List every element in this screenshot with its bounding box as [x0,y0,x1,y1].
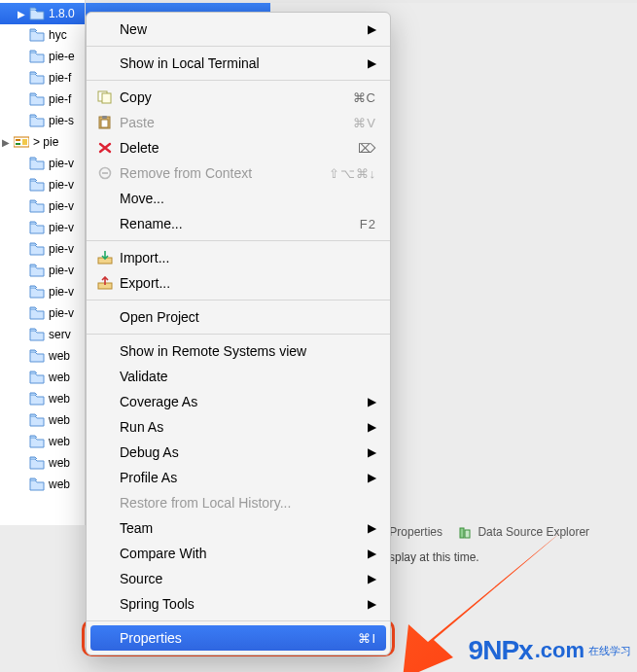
menu-item-copy[interactable]: Copy⌘C [87,85,390,110]
folder-icon [29,71,45,85]
tree-item[interactable]: pie-e [0,46,85,67]
menu-item-profile-as[interactable]: Profile As▶ [87,465,390,490]
tab-data-source-explorer[interactable]: Data Source Explorer [454,523,593,541]
folder-icon [29,413,45,427]
menu-item-compare-with[interactable]: Compare With▶ [87,541,390,566]
menu-item-label: Spring Tools [120,596,360,612]
menu-item-import[interactable]: Import... [87,245,390,270]
tree-item[interactable]: web [0,431,85,452]
chevron-right-icon: ▶ [368,445,376,459]
chevron-right-icon: ▶ [368,395,376,408]
tree-item[interactable]: pie-v [0,174,85,195]
tree-item-label: web [49,435,70,448]
tree-item[interactable]: serv [0,324,85,345]
tree-item[interactable]: pie-f [0,67,85,88]
folder-icon [29,28,45,42]
tree-item[interactable]: ▶> pie [0,131,85,153]
svg-rect-2 [16,143,20,145]
tree-item-label: pie-v [49,306,74,320]
chevron-right-icon: ▶ [368,471,376,484]
tree-item[interactable]: pie-s [0,110,85,131]
menu-item-shortcut: ⌘I [358,631,376,646]
tree-item[interactable]: pie-v [0,302,85,324]
menu-item-paste: Paste⌘V [87,110,390,135]
tab-properties-label: Properties [389,525,442,539]
folder-icon [29,285,45,299]
menu-item-open-project[interactable]: Open Project [87,304,390,330]
context-menu[interactable]: New▶Show in Local Terminal▶Copy⌘CPaste⌘V… [86,12,391,655]
tree-item[interactable]: ▶1.8.0 [0,3,85,24]
chevron-right-icon: ▶ [368,56,376,70]
remove-context-icon [96,165,114,181]
menu-item-spring-tools[interactable]: Spring Tools▶ [87,591,390,617]
menu-item-properties[interactable]: Properties⌘I [90,625,386,651]
menu-item-label: Source [120,571,360,586]
project-tree[interactable]: ▶1.8.0hycpie-epie-fpie-fpie-s▶> piepie-v… [0,0,86,525]
tree-item-label: pie-v [49,178,74,192]
tree-item[interactable]: web [0,388,85,409]
menu-item-show-in-remote-systems-view[interactable]: Show in Remote Systems view [87,338,390,364]
folder-icon [29,178,45,192]
menu-item-label: Properties [120,630,350,646]
menu-item-rename[interactable]: Rename...F2 [87,211,390,236]
tree-item[interactable]: web [0,345,85,367]
menu-item-move[interactable]: Move... [87,186,390,211]
package-icon [14,135,29,149]
blank-icon [96,596,114,612]
menu-item-delete[interactable]: Delete⌦ [87,135,390,160]
menu-item-shortcut: ⌦ [358,141,376,156]
blank-icon [96,191,114,206]
menu-item-label: Import... [120,250,376,265]
menu-separator [87,46,390,47]
view-tabs[interactable]: Properties Data Source Explorer [366,523,593,541]
blank-icon [96,21,114,37]
blank-icon [96,55,114,71]
data-source-explorer-icon [458,527,472,539]
folder-icon [29,7,45,20]
svg-rect-17 [465,530,470,538]
menu-item-label: Team [120,520,360,536]
tree-item-label: pie-v [49,221,74,234]
menu-item-show-in-local-terminal[interactable]: Show in Local Terminal▶ [87,51,390,76]
svg-rect-1 [16,139,20,141]
menu-item-source[interactable]: Source▶ [87,566,390,591]
tree-item[interactable]: web [0,367,85,388]
tree-item[interactable]: web [0,452,85,474]
menu-item-team[interactable]: Team▶ [87,515,390,541]
folder-icon [29,199,45,213]
menu-item-run-as[interactable]: Run As▶ [87,414,390,440]
chevron-right-icon: ▶ [368,420,376,434]
tree-item[interactable]: pie-v [0,217,85,238]
svg-rect-5 [102,93,111,103]
menu-item-debug-as[interactable]: Debug As▶ [87,440,390,465]
menu-item-coverage-as[interactable]: Coverage As▶ [87,389,390,414]
disclosure-arrow-icon[interactable]: ▶ [2,137,14,148]
tree-item[interactable]: web [0,474,85,495]
tree-item[interactable]: pie-v [0,281,85,302]
menu-separator [87,620,390,621]
svg-rect-16 [460,528,464,538]
blank-icon [96,309,114,325]
tree-item[interactable]: web [0,409,85,431]
menu-item-label: Coverage As [120,394,360,409]
tree-item[interactable]: pie-v [0,195,85,217]
menu-item-new[interactable]: New▶ [87,17,390,42]
menu-item-label: Debug As [120,444,360,460]
tree-item[interactable]: pie-v [0,238,85,260]
folder-icon [29,328,45,341]
tree-item[interactable]: pie-v [0,260,85,281]
chevron-right-icon: ▶ [368,572,376,585]
menu-item-validate[interactable]: Validate [87,364,390,389]
blank-icon [96,419,114,435]
menu-item-label: Copy [120,89,345,105]
menu-item-export[interactable]: Export... [87,270,390,296]
menu-separator [87,300,390,301]
tree-item[interactable]: hyc [0,24,85,46]
svg-rect-3 [22,139,27,145]
disclosure-arrow-icon[interactable]: ▶ [18,9,29,19]
tree-item-label: web [49,477,70,491]
tree-item[interactable]: pie-v [0,153,85,174]
tree-item[interactable]: pie-f [0,88,85,110]
chevron-right-icon: ▶ [368,547,376,560]
chevron-right-icon: ▶ [368,597,376,611]
